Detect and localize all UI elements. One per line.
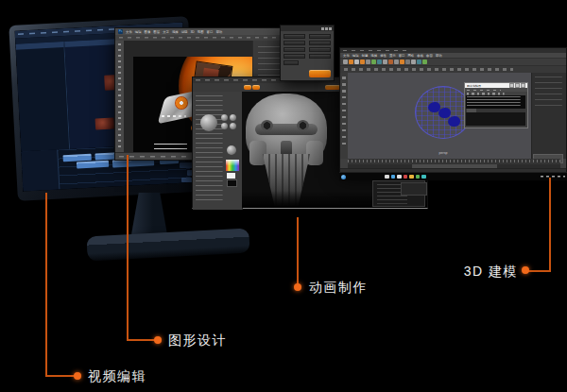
- menu-item[interactable]: 3D: [190, 30, 194, 34]
- maya-channel-box: [531, 73, 566, 159]
- shelf-tool-icon[interactable]: [400, 60, 404, 64]
- menu-item[interactable]: 修改: [380, 54, 387, 58]
- video-editor-project-panel: [15, 42, 70, 152]
- zbrush-edit-button[interactable]: [244, 85, 251, 90]
- sculpt-skull-eye: [297, 120, 309, 131]
- menu-item[interactable]: 文件: [126, 30, 132, 34]
- dialog-confirm-button[interactable]: [309, 70, 331, 77]
- script-editor-title: 脚本编辑器: [467, 84, 508, 88]
- maximize-icon[interactable]: [325, 27, 328, 30]
- shelf-tool-icon[interactable]: [377, 60, 382, 64]
- menu-item[interactable]: 选择: [370, 54, 377, 58]
- dialog-field[interactable]: [284, 60, 299, 65]
- zbrush-tool-button[interactable]: [325, 85, 340, 90]
- menu-item[interactable]: 窗口: [399, 54, 405, 58]
- script-editor-output[interactable]: [466, 95, 525, 109]
- zbrush-draw-button[interactable]: [252, 85, 260, 90]
- menu-item[interactable]: 曲线: [417, 54, 423, 58]
- callout-line-video-editing: [45, 193, 47, 377]
- close-icon[interactable]: [329, 27, 332, 30]
- menu-item[interactable]: 编辑: [352, 54, 359, 58]
- shelf-tool-icon[interactable]: [366, 60, 370, 64]
- sculpt-skull-cheek: [249, 141, 266, 165]
- menu-item[interactable]: 文字: [163, 30, 169, 34]
- callout-line-3d-modeling: [549, 178, 551, 272]
- menu-item[interactable]: 帮助: [215, 30, 222, 34]
- taskbar-app-icon[interactable]: [409, 175, 414, 179]
- shelf-tool-icon[interactable]: [394, 60, 399, 64]
- menu-item[interactable]: 窗口: [207, 30, 214, 34]
- taskbar-app-icon[interactable]: [404, 175, 408, 179]
- callout-dot-animation: [294, 283, 301, 291]
- color-swatch-white[interactable]: [227, 173, 235, 179]
- callout-label-video-editing: 视频编辑: [88, 368, 146, 385]
- color-swatch-black[interactable]: [227, 179, 237, 187]
- dialog-field[interactable]: [284, 34, 305, 39]
- brush-thumbnail[interactable]: [230, 114, 236, 121]
- system-tray[interactable]: [541, 175, 565, 179]
- menu-item[interactable]: 滤镜: [181, 30, 188, 34]
- shelf-tool-icon[interactable]: [343, 60, 348, 64]
- menu-item[interactable]: 图层: [153, 30, 160, 34]
- brush-thumbnail[interactable]: [221, 123, 228, 129]
- start-button-icon[interactable]: [341, 175, 346, 179]
- callout-dot-3d-modeling: [522, 266, 529, 274]
- menu-item[interactable]: 曲面: [426, 54, 433, 58]
- context-submenu[interactable]: [401, 182, 427, 196]
- minimize-icon[interactable]: [321, 27, 324, 30]
- color-picker[interactable]: [226, 160, 239, 171]
- dialog-field[interactable]: [309, 54, 331, 59]
- menu-item[interactable]: 文件: [343, 54, 350, 58]
- dialog-field[interactable]: [284, 54, 305, 59]
- zbrush-left-palette: [193, 92, 243, 210]
- script-editor-input[interactable]: [466, 112, 525, 126]
- menu-item[interactable]: 网格: [407, 54, 414, 58]
- poster-spec-text-left: [154, 144, 187, 152]
- sculpt-skull-cheek: [306, 141, 323, 165]
- menu-item[interactable]: 创建: [362, 54, 369, 58]
- viewport-camera-label: persp: [429, 151, 457, 155]
- menu-item[interactable]: 编辑: [135, 30, 142, 34]
- dialog-field[interactable]: [284, 47, 305, 52]
- script-editor-window: 脚本编辑器: [464, 82, 528, 128]
- callout-line-3d-modeling: [528, 270, 551, 272]
- taskbar-app-icon[interactable]: [397, 175, 402, 179]
- shelf-tool-icon[interactable]: [383, 60, 387, 64]
- poster-caption: [162, 115, 186, 117]
- taskbar-app-icon[interactable]: [391, 175, 396, 179]
- windows-taskbar: [339, 172, 567, 180]
- dialog-field[interactable]: [284, 41, 305, 45]
- menu-item[interactable]: 选择: [172, 30, 179, 34]
- brush-thumbnail[interactable]: [221, 114, 228, 121]
- shelf-tool-icon[interactable]: [354, 60, 359, 64]
- taskbar-icons: [385, 175, 426, 179]
- settings-dialog: [280, 25, 335, 81]
- menu-item[interactable]: 视图: [198, 30, 204, 34]
- shelf-tool-icon[interactable]: [388, 60, 393, 64]
- brush-thumbnail[interactable]: [200, 114, 217, 131]
- shelf-tool-icon[interactable]: [411, 60, 416, 64]
- brush-thumbnail[interactable]: [230, 123, 236, 129]
- shelf-tool-icon[interactable]: [422, 60, 427, 64]
- taskbar-app-icon[interactable]: [421, 175, 426, 179]
- menu-item[interactable]: 图像: [145, 30, 151, 34]
- alpha-thumbnail[interactable]: [227, 145, 236, 155]
- shelf-tool-icon[interactable]: [371, 60, 376, 64]
- taskbar-app-icon[interactable]: [385, 175, 389, 179]
- shelf-tool-icon[interactable]: [405, 60, 410, 64]
- dialog-field[interactable]: [309, 47, 331, 52]
- dialog-field[interactable]: [309, 34, 331, 39]
- menu-item[interactable]: 帮助: [436, 54, 442, 58]
- model-blob: [438, 108, 451, 118]
- taskbar-app-icon[interactable]: [416, 175, 421, 179]
- shelf-tool-icon[interactable]: [417, 60, 421, 64]
- photoshop-logo: Ps: [118, 29, 123, 34]
- dialog-titlebar[interactable]: [281, 26, 334, 31]
- callout-line-animation: [297, 217, 299, 285]
- shelf-tool-icon[interactable]: [360, 60, 365, 64]
- menu-item[interactable]: 显示: [389, 54, 396, 58]
- dialog-field[interactable]: [309, 41, 331, 45]
- shelf-tool-icon[interactable]: [349, 60, 353, 64]
- maya-shelf-icons: [343, 60, 427, 64]
- callout-label-graphic-design: 图形设计: [168, 332, 227, 349]
